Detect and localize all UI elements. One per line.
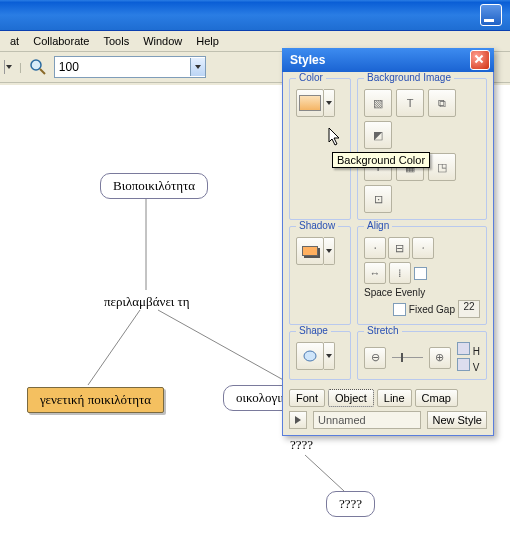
svg-line-4 xyxy=(158,310,296,387)
shadow-icon xyxy=(302,246,318,256)
tab-font[interactable]: Font xyxy=(289,389,325,407)
stretch-h-checkbox[interactable] xyxy=(457,342,470,355)
styles-title-text: Styles xyxy=(290,53,325,67)
align-left-icon[interactable]: ⬝ xyxy=(364,237,386,259)
tab-cmap[interactable]: Cmap xyxy=(415,389,458,407)
zoom-input[interactable] xyxy=(55,60,190,74)
new-style-button[interactable]: New Style xyxy=(427,411,487,429)
stretch-plus-icon[interactable]: ⊕ xyxy=(429,347,451,369)
bgimage-btn[interactable]: T xyxy=(396,89,424,117)
group-label-shape: Shape xyxy=(296,325,331,336)
shape-icon xyxy=(302,349,318,363)
concept-node[interactable]: Βιοποικιλότητα xyxy=(100,173,208,199)
color-swatch-icon xyxy=(299,95,321,111)
shape-picker[interactable] xyxy=(296,342,344,370)
concept-node-selected[interactable]: γενετική ποικιλότητα xyxy=(27,387,164,413)
gap-value[interactable]: 22 xyxy=(458,300,480,318)
align-right-icon[interactable]: ⬞ xyxy=(412,237,434,259)
menu-item[interactable]: Help xyxy=(190,33,225,49)
stretch-slider[interactable] xyxy=(392,357,423,358)
fixed-gap-label: Fixed Gap xyxy=(409,304,455,315)
apply-preset-icon[interactable] xyxy=(289,411,307,429)
bgimage-btn[interactable]: ⊡ xyxy=(364,185,392,213)
svg-point-7 xyxy=(304,351,316,361)
menu-item[interactable]: at xyxy=(4,33,25,49)
zoom-icon[interactable] xyxy=(28,57,48,77)
stretch-v-label: V xyxy=(473,362,480,373)
group-label-bgimage: Background Image xyxy=(364,72,454,83)
toolbar-dd-arrow[interactable] xyxy=(4,60,13,74)
color-picker[interactable] xyxy=(296,89,344,117)
bgimage-btn[interactable]: ◳ xyxy=(428,153,456,181)
stretch-minus-icon[interactable]: ⊖ xyxy=(364,347,386,369)
tooltip: Background Color xyxy=(332,152,430,168)
window-titlebar-fragment xyxy=(0,0,510,31)
group-label-align: Align xyxy=(364,220,392,231)
tab-object[interactable]: Object xyxy=(328,389,374,407)
group-label-color: Color xyxy=(296,72,326,83)
bgimage-btn[interactable]: ◩ xyxy=(364,121,392,149)
menu-item[interactable]: Window xyxy=(137,33,188,49)
align-center-icon[interactable]: ⊟ xyxy=(388,237,410,259)
menu-item[interactable]: Collaborate xyxy=(27,33,95,49)
minimize-button[interactable] xyxy=(480,4,502,26)
shadow-picker[interactable] xyxy=(296,237,344,265)
svg-line-6 xyxy=(305,455,344,491)
styles-panel: Styles Color Background Image ▧ T ⧉ ◩ xyxy=(282,48,494,436)
concept-node[interactable]: ???? xyxy=(326,491,375,517)
align-mid-icon[interactable]: ⁞ xyxy=(389,262,411,284)
link-label[interactable]: ???? xyxy=(290,437,313,453)
link-label[interactable]: περιλαμβάνει τη xyxy=(104,294,190,310)
zoom-dropdown-button[interactable] xyxy=(190,58,205,76)
svg-line-3 xyxy=(88,310,140,385)
space-evenly-checkbox[interactable] xyxy=(414,267,427,280)
stretch-h-label: H xyxy=(473,346,480,357)
zoom-combo[interactable] xyxy=(54,56,206,78)
preset-name[interactable]: Unnamed xyxy=(313,411,421,429)
svg-point-0 xyxy=(31,60,41,70)
space-evenly-label: Space Evenly xyxy=(364,287,425,298)
stretch-v-checkbox[interactable] xyxy=(457,358,470,371)
group-label-stretch: Stretch xyxy=(364,325,402,336)
close-icon[interactable] xyxy=(470,50,490,70)
bgimage-btn[interactable]: ▧ xyxy=(364,89,392,117)
bgimage-btn[interactable]: ⧉ xyxy=(428,89,456,117)
align-top-icon[interactable]: ↔ xyxy=(364,262,386,284)
mouse-cursor-icon xyxy=(328,127,342,147)
menu-item[interactable]: Tools xyxy=(97,33,135,49)
styles-titlebar[interactable]: Styles xyxy=(282,48,494,72)
tab-line[interactable]: Line xyxy=(377,389,412,407)
svg-line-1 xyxy=(40,69,45,74)
fixed-gap-checkbox[interactable] xyxy=(393,303,406,316)
group-label-shadow: Shadow xyxy=(296,220,338,231)
